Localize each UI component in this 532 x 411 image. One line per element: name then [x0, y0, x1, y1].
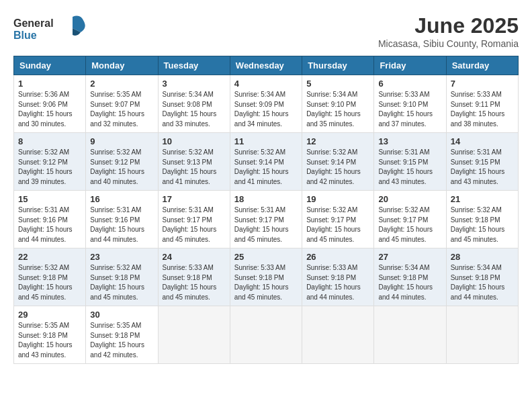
day-info: Sunrise: 5:31 AM Sunset: 9:16 PM Dayligh… [18, 206, 73, 243]
logo-text: General Blue [13, 13, 87, 46]
calendar-empty [158, 306, 230, 364]
calendar-day-27: 27Sunrise: 5:34 AM Sunset: 9:18 PM Dayli… [374, 248, 446, 306]
calendar-week-2: 8Sunrise: 5:32 AM Sunset: 9:12 PM Daylig… [14, 133, 519, 191]
calendar-table: SundayMondayTuesdayWednesdayThursdayFrid… [13, 56, 519, 364]
day-info: Sunrise: 5:34 AM Sunset: 9:18 PM Dayligh… [378, 264, 433, 301]
day-number: 10 [163, 136, 226, 146]
calendar-day-21: 21Sunrise: 5:32 AM Sunset: 9:18 PM Dayli… [446, 191, 518, 248]
calendar-day-25: 25Sunrise: 5:33 AM Sunset: 9:18 PM Dayli… [230, 248, 302, 306]
calendar-day-23: 23Sunrise: 5:32 AM Sunset: 9:18 PM Dayli… [86, 248, 158, 306]
day-number: 9 [90, 136, 153, 146]
day-number: 26 [306, 252, 369, 262]
day-number: 29 [18, 310, 81, 320]
day-info: Sunrise: 5:32 AM Sunset: 9:18 PM Dayligh… [451, 206, 505, 243]
calendar-day-3: 3Sunrise: 5:34 AM Sunset: 9:08 PM Daylig… [158, 75, 230, 133]
day-header-wednesday: Wednesday [230, 56, 302, 75]
day-number: 28 [451, 252, 514, 262]
calendar-day-26: 26Sunrise: 5:33 AM Sunset: 9:18 PM Dayli… [302, 248, 374, 306]
day-number: 21 [451, 194, 514, 204]
location: Micasasa, Sibiu County, Romania [378, 38, 519, 49]
day-info: Sunrise: 5:32 AM Sunset: 9:14 PM Dayligh… [306, 148, 361, 185]
calendar-day-15: 15Sunrise: 5:31 AM Sunset: 9:16 PM Dayli… [14, 191, 86, 248]
day-info: Sunrise: 5:32 AM Sunset: 9:18 PM Dayligh… [90, 264, 144, 301]
calendar-day-7: 7Sunrise: 5:33 AM Sunset: 9:11 PM Daylig… [446, 75, 518, 133]
calendar-week-4: 22Sunrise: 5:32 AM Sunset: 9:18 PM Dayli… [14, 248, 519, 306]
calendar-day-28: 28Sunrise: 5:34 AM Sunset: 9:18 PM Dayli… [446, 248, 518, 306]
calendar-day-19: 19Sunrise: 5:32 AM Sunset: 9:17 PM Dayli… [302, 191, 374, 248]
day-number: 16 [90, 194, 153, 204]
day-header-saturday: Saturday [446, 56, 518, 75]
day-number: 15 [18, 194, 81, 204]
calendar-day-8: 8Sunrise: 5:32 AM Sunset: 9:12 PM Daylig… [14, 133, 86, 191]
calendar-day-29: 29Sunrise: 5:35 AM Sunset: 9:18 PM Dayli… [14, 306, 86, 364]
day-info: Sunrise: 5:32 AM Sunset: 9:18 PM Dayligh… [18, 264, 73, 301]
day-number: 24 [163, 252, 226, 262]
title-area: June 2025 Micasasa, Sibiu County, Romani… [378, 13, 519, 49]
day-info: Sunrise: 5:33 AM Sunset: 9:18 PM Dayligh… [306, 264, 361, 301]
calendar-day-22: 22Sunrise: 5:32 AM Sunset: 9:18 PM Dayli… [14, 248, 86, 306]
calendar-day-20: 20Sunrise: 5:32 AM Sunset: 9:17 PM Dayli… [374, 191, 446, 248]
day-number: 30 [90, 310, 153, 320]
calendar-empty [446, 306, 518, 364]
calendar-day-30: 30Sunrise: 5:35 AM Sunset: 9:18 PM Dayli… [86, 306, 158, 364]
day-header-monday: Monday [86, 56, 158, 75]
page-header: General Blue June 2025 Micasasa, Sibiu C… [13, 13, 519, 49]
logo: General Blue [13, 13, 87, 46]
calendar-day-11: 11Sunrise: 5:32 AM Sunset: 9:14 PM Dayli… [230, 133, 302, 191]
calendar-day-6: 6Sunrise: 5:33 AM Sunset: 9:10 PM Daylig… [374, 75, 446, 133]
day-number: 20 [378, 194, 441, 204]
calendar-day-17: 17Sunrise: 5:31 AM Sunset: 9:17 PM Dayli… [158, 191, 230, 248]
day-info: Sunrise: 5:35 AM Sunset: 9:18 PM Dayligh… [18, 322, 73, 359]
day-info: Sunrise: 5:36 AM Sunset: 9:06 PM Dayligh… [18, 91, 73, 128]
day-number: 12 [306, 136, 369, 146]
month-title: June 2025 [378, 13, 519, 38]
day-number: 14 [451, 136, 514, 146]
calendar-day-13: 13Sunrise: 5:31 AM Sunset: 9:15 PM Dayli… [374, 133, 446, 191]
day-number: 18 [234, 194, 298, 204]
day-info: Sunrise: 5:32 AM Sunset: 9:14 PM Dayligh… [234, 148, 289, 185]
calendar-day-1: 1Sunrise: 5:36 AM Sunset: 9:06 PM Daylig… [14, 75, 86, 133]
day-info: Sunrise: 5:33 AM Sunset: 9:18 PM Dayligh… [234, 264, 289, 301]
calendar-empty [374, 306, 446, 364]
calendar-week-1: 1Sunrise: 5:36 AM Sunset: 9:06 PM Daylig… [14, 75, 519, 133]
svg-text:General: General [13, 17, 54, 29]
day-header-sunday: Sunday [14, 56, 86, 75]
day-number: 27 [378, 252, 441, 262]
day-info: Sunrise: 5:32 AM Sunset: 9:13 PM Dayligh… [163, 148, 217, 185]
day-info: Sunrise: 5:35 AM Sunset: 9:18 PM Dayligh… [90, 322, 144, 359]
day-info: Sunrise: 5:31 AM Sunset: 9:15 PM Dayligh… [378, 148, 433, 185]
day-info: Sunrise: 5:33 AM Sunset: 9:18 PM Dayligh… [163, 264, 217, 301]
day-number: 22 [18, 252, 81, 262]
day-number: 1 [18, 79, 81, 89]
calendar-day-16: 16Sunrise: 5:31 AM Sunset: 9:16 PM Dayli… [86, 191, 158, 248]
day-header-tuesday: Tuesday [158, 56, 230, 75]
day-number: 8 [18, 136, 81, 146]
header-row: SundayMondayTuesdayWednesdayThursdayFrid… [14, 56, 519, 75]
calendar-day-10: 10Sunrise: 5:32 AM Sunset: 9:13 PM Dayli… [158, 133, 230, 191]
calendar-empty [302, 306, 374, 364]
day-info: Sunrise: 5:31 AM Sunset: 9:17 PM Dayligh… [163, 206, 217, 243]
day-info: Sunrise: 5:31 AM Sunset: 9:16 PM Dayligh… [90, 206, 144, 243]
calendar-week-5: 29Sunrise: 5:35 AM Sunset: 9:18 PM Dayli… [14, 306, 519, 364]
day-header-friday: Friday [374, 56, 446, 75]
day-number: 19 [306, 194, 369, 204]
day-info: Sunrise: 5:31 AM Sunset: 9:17 PM Dayligh… [234, 206, 289, 243]
calendar-week-3: 15Sunrise: 5:31 AM Sunset: 9:16 PM Dayli… [14, 191, 519, 248]
calendar-day-12: 12Sunrise: 5:32 AM Sunset: 9:14 PM Dayli… [302, 133, 374, 191]
calendar-empty [230, 306, 302, 364]
day-info: Sunrise: 5:32 AM Sunset: 9:17 PM Dayligh… [306, 206, 361, 243]
day-info: Sunrise: 5:31 AM Sunset: 9:15 PM Dayligh… [451, 148, 505, 185]
day-number: 23 [90, 252, 153, 262]
calendar-day-2: 2Sunrise: 5:35 AM Sunset: 9:07 PM Daylig… [86, 75, 158, 133]
calendar-day-5: 5Sunrise: 5:34 AM Sunset: 9:10 PM Daylig… [302, 75, 374, 133]
day-number: 13 [378, 136, 441, 146]
day-info: Sunrise: 5:32 AM Sunset: 9:12 PM Dayligh… [18, 148, 73, 185]
calendar-day-14: 14Sunrise: 5:31 AM Sunset: 9:15 PM Dayli… [446, 133, 518, 191]
calendar-day-24: 24Sunrise: 5:33 AM Sunset: 9:18 PM Dayli… [158, 248, 230, 306]
day-number: 11 [234, 136, 298, 146]
svg-text:Blue: Blue [13, 30, 37, 41]
day-info: Sunrise: 5:34 AM Sunset: 9:18 PM Dayligh… [451, 264, 505, 301]
day-number: 25 [234, 252, 298, 262]
day-info: Sunrise: 5:32 AM Sunset: 9:12 PM Dayligh… [90, 148, 144, 185]
calendar-day-4: 4Sunrise: 5:34 AM Sunset: 9:09 PM Daylig… [230, 75, 302, 133]
